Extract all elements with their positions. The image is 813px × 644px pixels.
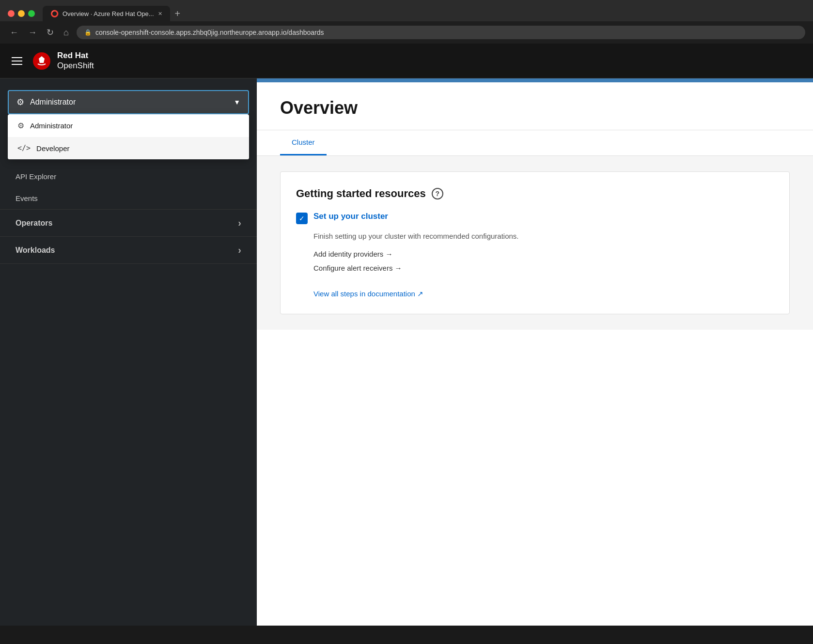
cluster-setup-title[interactable]: Set up your cluster <box>313 212 388 221</box>
sidebar-item-label: API Explorer <box>16 172 56 181</box>
add-identity-link[interactable]: Add identity providers → <box>313 250 774 258</box>
tabs-bar: Cluster <box>257 130 813 156</box>
new-tab-button[interactable]: + <box>171 6 185 21</box>
getting-started-card: Getting started resources ? ✓ Set up you… <box>280 171 790 314</box>
operators-label: Operators <box>16 219 52 228</box>
workloads-label: Workloads <box>16 246 55 255</box>
dropdown-item-administrator[interactable]: ⚙ Administrator <box>8 114 249 137</box>
app-shell: Red Hat OpenShift ⚙ Administrator ▼ ⚙ Ad… <box>0 44 813 626</box>
sidebar-item-label: Events <box>16 194 38 202</box>
chevron-right-icon: › <box>238 245 241 256</box>
brand-logo-area: Red Hat OpenShift <box>32 51 94 71</box>
address-bar[interactable]: 🔒 console-openshift-console.apps.zhbq0ji… <box>77 26 805 39</box>
url-text: console-openshift-console.apps.zhbq0jig.… <box>95 29 324 36</box>
forward-button[interactable]: → <box>26 26 39 40</box>
browser-toolbar: ← → ↻ ⌂ 🔒 console-openshift-console.apps… <box>0 21 813 44</box>
cluster-setup-desc: Finish setting up your cluster with reco… <box>313 232 774 240</box>
browser-chrome: ⭕ Overview · Azure Red Hat Ope... ✕ + ← … <box>0 0 813 44</box>
minimize-button[interactable] <box>18 10 25 17</box>
hamburger-line3 <box>12 64 22 65</box>
card-title: Getting started resources ? <box>296 187 774 200</box>
redhat-logo <box>32 51 51 71</box>
page-title: Overview <box>280 98 790 118</box>
maximize-button[interactable] <box>28 10 35 17</box>
lock-icon: 🔒 <box>84 29 92 36</box>
perspective-selector: ⚙ Administrator ▼ ⚙ Administrator </> De… <box>8 90 249 114</box>
perspective-label: Administrator <box>30 98 76 107</box>
page-title-area: Overview <box>257 82 813 130</box>
dropdown-item-developer[interactable]: </> Developer <box>8 137 249 159</box>
content-area: Overview Cluster Getting started resourc… <box>257 78 813 626</box>
dropdown-item-label: Developer <box>36 144 69 153</box>
content-body: Overview Cluster Getting started resourc… <box>257 82 813 626</box>
top-nav: Red Hat OpenShift <box>0 44 813 78</box>
hamburger-line2 <box>12 61 22 61</box>
browser-tabs: ⭕ Overview · Azure Red Hat Ope... ✕ + <box>43 6 184 21</box>
tab-favicon: ⭕ <box>50 10 59 17</box>
tab-label: Cluster <box>292 138 315 146</box>
tab-cluster[interactable]: Cluster <box>280 130 327 155</box>
tab-close-icon[interactable]: ✕ <box>158 11 162 17</box>
hamburger-line1 <box>12 57 22 58</box>
perspective-button[interactable]: ⚙ Administrator ▼ <box>8 90 249 114</box>
view-all-docs-link[interactable]: View all steps in documentation ↗ <box>313 290 423 298</box>
chevron-right-icon: › <box>238 217 241 229</box>
code-icon: </> <box>17 144 31 153</box>
content-section: Getting started resources ? ✓ Set up you… <box>257 156 813 330</box>
dropdown-item-label: Administrator <box>30 122 73 130</box>
close-button[interactable] <box>8 10 15 17</box>
add-identity-label: Add identity providers → <box>313 250 392 258</box>
gear-icon: ⚙ <box>16 97 24 107</box>
sidebar-nav: Projects Search API Explorer Events Oper… <box>0 122 257 626</box>
brand-redhat: Red Hat <box>57 51 94 61</box>
sidebar-section-operators: Operators › <box>0 210 257 237</box>
browser-title-bar: ⭕ Overview · Azure Red Hat Ope... ✕ + <box>0 0 813 21</box>
reload-button[interactable]: ↻ <box>45 25 56 40</box>
active-tab[interactable]: ⭕ Overview · Azure Red Hat Ope... ✕ <box>43 6 170 21</box>
content-header-bar <box>257 78 813 82</box>
chevron-down-icon: ▼ <box>234 98 240 106</box>
brand-openshift: OpenShift <box>57 61 94 71</box>
back-button[interactable]: ← <box>8 26 20 40</box>
sidebar-workloads-header[interactable]: Workloads › <box>0 237 257 263</box>
sidebar-item-events[interactable]: Events <box>0 187 257 209</box>
configure-alert-label: Configure alert receivers → <box>313 264 402 272</box>
gear-icon: ⚙ <box>17 121 24 130</box>
home-button[interactable]: ⌂ <box>62 26 71 40</box>
main-layout: ⚙ Administrator ▼ ⚙ Administrator </> De… <box>0 78 813 626</box>
browser-controls <box>8 10 35 17</box>
help-icon[interactable]: ? <box>432 188 443 199</box>
hamburger-menu[interactable] <box>12 57 22 65</box>
sidebar-section-workloads: Workloads › <box>0 237 257 264</box>
card-title-text: Getting started resources <box>296 187 426 200</box>
perspective-dropdown: ⚙ Administrator </> Developer <box>8 114 249 159</box>
check-icon: ✓ <box>296 213 308 224</box>
sidebar-operators-header[interactable]: Operators › <box>0 210 257 236</box>
sidebar: ⚙ Administrator ▼ ⚙ Administrator </> De… <box>0 78 257 626</box>
sidebar-item-api-explorer[interactable]: API Explorer <box>0 166 257 187</box>
brand-text: Red Hat OpenShift <box>57 51 94 71</box>
cluster-setup-header: ✓ Set up your cluster <box>296 212 774 224</box>
tab-title: Overview · Azure Red Hat Ope... <box>63 10 154 17</box>
view-all-text: View all steps in documentation ↗ <box>313 290 423 298</box>
configure-alert-link[interactable]: Configure alert receivers → <box>313 264 774 272</box>
